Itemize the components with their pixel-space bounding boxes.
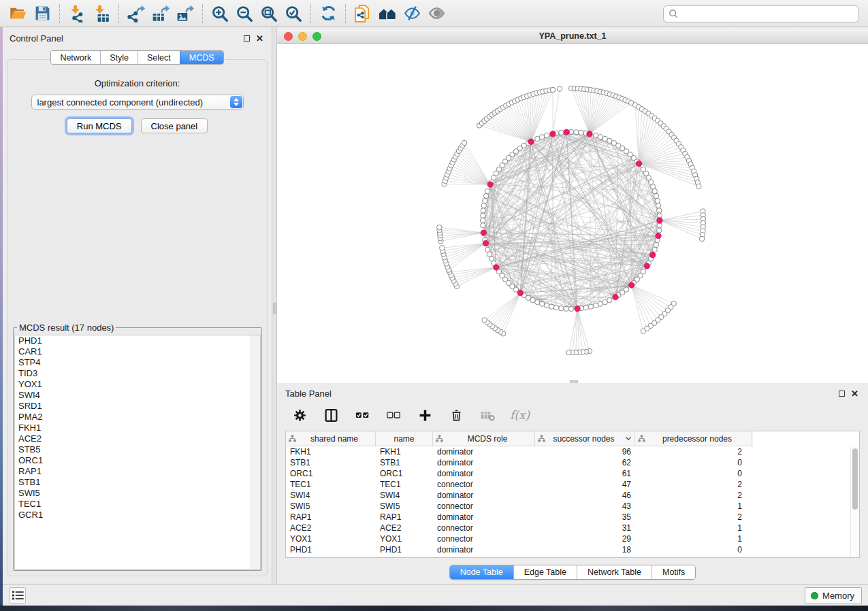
network-node[interactable] [656, 203, 661, 208]
panel-splitter[interactable] [272, 27, 277, 584]
tab-node-table[interactable]: Node Table [450, 565, 513, 579]
tab-edge-table[interactable]: Edge Table [513, 565, 577, 579]
network-graph[interactable] [277, 44, 868, 383]
task-history-button[interactable] [10, 587, 26, 604]
show-all-button[interactable] [424, 3, 449, 24]
tab-style[interactable]: Style [100, 51, 138, 64]
mcds-result-item[interactable]: GCR1 [15, 510, 260, 521]
table-row[interactable]: TEC1TEC1connector472 [286, 479, 859, 490]
network-node[interactable] [655, 198, 660, 203]
run-mcds-button[interactable]: Run MCDS [67, 118, 132, 133]
network-titlebar[interactable]: YPA_prune.txt_1 [277, 29, 868, 44]
table-row[interactable]: SWI5SWI5connector431 [286, 501, 859, 512]
network-node[interactable] [481, 213, 485, 218]
select-all-button[interactable] [353, 406, 371, 424]
splitter-grip[interactable] [273, 303, 276, 314]
add-column-button[interactable] [416, 406, 434, 424]
open-file-button[interactable] [5, 3, 30, 24]
table-scrollbar[interactable] [850, 447, 859, 557]
network-node[interactable] [566, 350, 571, 354]
network-view[interactable] [277, 44, 868, 383]
mcds-node[interactable] [483, 240, 488, 246]
table-row[interactable]: PHD1PHD1dominator180 [286, 544, 859, 555]
network-node[interactable] [593, 133, 598, 137]
mcds-node[interactable] [636, 161, 641, 166]
network-node[interactable] [657, 223, 662, 228]
network-node[interactable] [539, 301, 544, 306]
network-node[interactable] [588, 304, 593, 309]
mcds-node[interactable] [656, 233, 661, 238]
network-node[interactable] [598, 301, 602, 306]
hide-selected-button[interactable] [400, 3, 424, 24]
columns-button[interactable] [322, 406, 340, 424]
network-node[interactable] [652, 188, 657, 193]
column-header-name[interactable]: name [376, 431, 433, 446]
mcds-result-list[interactable]: PHD1CAR1STP4TID3YOX1SWI4SRD1PMA2FKH1ACE2… [14, 335, 261, 569]
mcds-result-item[interactable]: SRD1 [15, 401, 260, 412]
mcds-result-item[interactable]: TEC1 [15, 499, 260, 510]
network-node[interactable] [481, 203, 486, 208]
mcds-node[interactable] [644, 263, 649, 269]
network-node[interactable] [483, 193, 488, 198]
table-row[interactable]: ORC1ORC1dominator610 [286, 468, 859, 479]
mcds-node[interactable] [575, 306, 580, 312]
mcds-node[interactable] [613, 294, 618, 299]
network-node[interactable] [544, 303, 549, 308]
network-node[interactable] [483, 198, 487, 203]
column-header-MCDS-role[interactable]: MCDS role [433, 431, 535, 446]
zoom-fit-button[interactable] [257, 3, 281, 24]
mcds-result-item[interactable]: PMA2 [15, 412, 260, 423]
tab-network[interactable]: Network [51, 51, 100, 64]
mcds-node[interactable] [564, 129, 569, 135]
mcds-result-item[interactable]: RAP1 [15, 466, 260, 477]
mcds-node[interactable] [481, 230, 486, 235]
mcds-result-item[interactable]: ACE2 [15, 433, 260, 444]
network-node[interactable] [593, 303, 598, 308]
import-network-button[interactable] [65, 3, 89, 24]
network-node[interactable] [568, 306, 573, 311]
mcds-result-item[interactable]: CAR1 [15, 346, 260, 357]
network-node[interactable] [557, 86, 562, 91]
delete-column-button[interactable] [447, 406, 465, 424]
save-session-button[interactable] [30, 3, 54, 24]
network-node[interactable] [602, 299, 607, 304]
memory-button[interactable]: Memory [805, 587, 862, 604]
network-node[interactable] [559, 130, 564, 135]
network-node[interactable] [440, 246, 445, 250]
search-input[interactable] [679, 7, 858, 21]
network-node[interactable] [598, 135, 602, 139]
mcds-result-item[interactable]: TID3 [15, 368, 260, 379]
network-node[interactable] [554, 306, 559, 310]
network-node[interactable] [549, 304, 553, 309]
close-table-panel-icon[interactable]: ✕ [851, 391, 858, 397]
mcds-node[interactable] [487, 182, 493, 187]
mcds-node[interactable] [587, 131, 592, 137]
table-row[interactable]: ACE2ACE2connector311 [286, 523, 859, 533]
mcds-result-item[interactable]: FKH1 [15, 423, 260, 433]
table-row[interactable]: FKH1FKH1dominator962 [286, 446, 859, 457]
import-table-button[interactable] [89, 3, 114, 24]
close-panel-icon[interactable]: ✕ [256, 35, 263, 42]
network-node[interactable] [437, 225, 442, 230]
mcds-result-item[interactable]: SWI5 [15, 488, 260, 499]
criterion-dropdown[interactable]: largest connected component (undirected) [31, 95, 244, 110]
column-header-shared-name[interactable]: shared name [286, 431, 376, 446]
zoom-out-button[interactable] [232, 3, 257, 24]
network-node[interactable] [481, 208, 485, 213]
mcds-node[interactable] [528, 139, 534, 144]
network-node[interactable] [487, 252, 492, 257]
mcds-node[interactable] [517, 290, 523, 295]
network-node[interactable] [544, 133, 549, 137]
network-node[interactable] [657, 208, 662, 213]
column-header-successor-nodes[interactable]: successor nodes [535, 431, 635, 446]
deselect-all-button[interactable] [385, 406, 402, 424]
network-node[interactable] [485, 247, 490, 252]
duplicate-network-button[interactable] [351, 3, 375, 24]
network-node[interactable] [650, 184, 655, 189]
gear-button[interactable] [291, 406, 308, 424]
network-node[interactable] [696, 184, 701, 188]
tab-mcds[interactable]: MCDS [180, 51, 223, 64]
mcds-result-item[interactable]: STP4 [15, 357, 260, 368]
close-panel-button[interactable]: Close panel [141, 118, 208, 133]
zoom-in-button[interactable] [208, 3, 232, 24]
